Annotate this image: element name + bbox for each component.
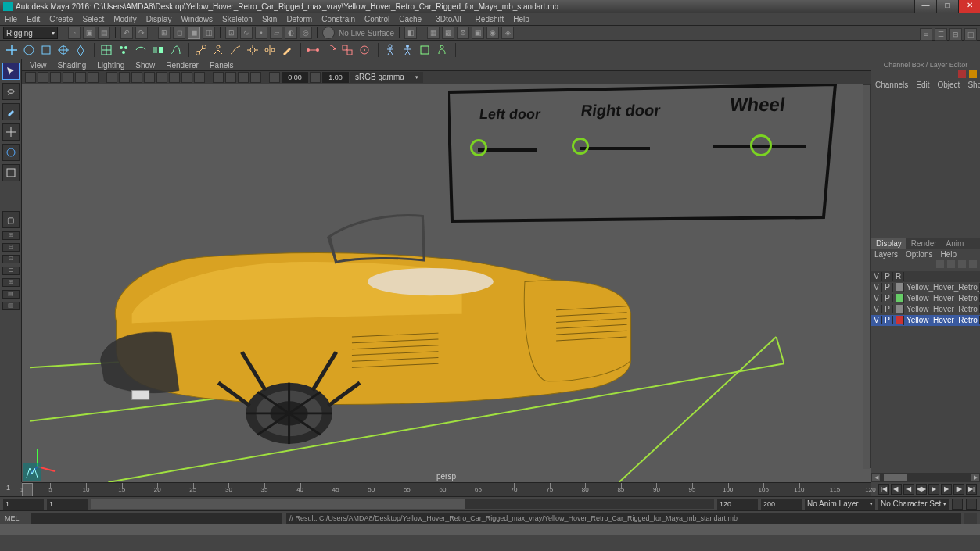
render-settings-icon[interactable]: ⚙ [457,27,469,39]
ipr-render-icon[interactable]: ▩ [442,27,454,39]
select-hierarchy-icon[interactable]: ⊞ [158,27,171,39]
ao-icon[interactable] [169,72,180,83]
pose-icon[interactable] [418,43,432,57]
scale-manip-icon[interactable] [39,43,53,57]
menu-deform[interactable]: Deform [286,15,312,23]
panel-menu-renderer[interactable]: Renderer [166,61,199,70]
paint-select-tool[interactable] [2,103,20,120]
wireframe-icon[interactable] [106,72,117,83]
gate-icon[interactable] [63,72,74,83]
step-forward-key-button[interactable]: |▶ [953,484,964,495]
viewport-scroll-v[interactable] [863,84,871,468]
constraint-point-icon[interactable] [306,43,320,57]
layer-tab-display[interactable]: Display [871,238,906,249]
viewport-persp[interactable]: Left door Right door Wheel persp [22,84,871,482]
shadows-icon[interactable] [156,72,167,83]
minimize-button[interactable]: — [914,0,936,13]
character-set-select[interactable]: No Character Set [878,499,949,510]
wheel-control[interactable] [750,134,772,156]
redo-icon[interactable]: ↷ [135,27,148,39]
orient-joint-icon[interactable] [246,43,260,57]
swatch-red[interactable] [958,70,966,78]
menu-select[interactable]: Select [82,15,104,23]
shaded-icon[interactable] [119,72,130,83]
channel-tab-channels[interactable]: Channels [871,80,912,91]
textured-icon[interactable] [131,72,142,83]
layout-single[interactable]: ▢ [2,211,20,228]
render-view-icon[interactable]: ◈ [501,27,514,39]
layer-new-selected-icon[interactable] [969,260,977,268]
menu-windows[interactable]: Windows [181,15,213,23]
panel-menu-panels[interactable]: Panels [210,61,234,70]
gamma-icon[interactable] [310,72,321,83]
mirror-joint-icon[interactable] [263,43,277,57]
menu-skeleton[interactable]: Skeleton [222,15,253,23]
constraint-aim-icon[interactable] [357,43,372,57]
layout-two-v[interactable]: ⊡ [2,255,20,263]
maximize-button[interactable]: □ [936,0,958,13]
layout-custom2[interactable]: ▥ [2,302,20,310]
script-editor-button[interactable] [964,513,977,524]
layout-outliner[interactable]: ☰ [2,267,20,275]
panel-menu-show[interactable]: Show [135,61,155,70]
undo-icon[interactable]: ↶ [120,27,133,39]
menu-edit[interactable]: Edit [27,15,40,23]
rotate-manip-icon[interactable] [22,43,36,57]
snap-curve-icon[interactable]: ∿ [240,27,253,39]
layer-tab-anim[interactable]: Anim [942,238,969,249]
play-forward-button[interactable]: ▶ [928,484,939,495]
range-slider[interactable] [91,499,714,509]
playback-start-field[interactable]: 1 [47,499,88,510]
layer-new-empty-icon[interactable] [958,260,966,268]
quick-rig-icon[interactable] [400,43,415,57]
layer-move-down-icon[interactable] [947,260,955,268]
film-gate-icon[interactable] [75,72,86,83]
step-forward-button[interactable]: ▶ [941,484,952,495]
channel-tab-show[interactable]: Show [964,80,980,91]
menu-cache[interactable]: Cache [399,15,422,23]
isolate-icon[interactable] [213,72,224,83]
layer-row[interactable]: VPYellow_Hover_Retro_C: [871,304,980,315]
panel-menu-shading[interactable]: Shading [58,61,87,70]
workspace-mode-select[interactable]: Rigging [3,27,58,39]
select-object-icon[interactable]: ◻ [173,27,185,39]
select-camera-icon[interactable] [25,72,36,83]
snap-point-icon[interactable]: • [255,27,267,39]
anti-alias-icon[interactable] [194,72,205,83]
prefs-icon[interactable] [966,499,977,510]
ik-handle-icon[interactable] [211,43,225,57]
channel-tab-edit[interactable]: Edit [912,80,933,91]
playback-end-field[interactable]: 120 [717,499,758,510]
gamma-field[interactable]: 1.00 [322,72,349,83]
channel-box-toggle[interactable]: ⊟ [949,28,962,41]
bookmark-icon[interactable] [38,72,48,83]
hypershade-icon[interactable]: ◉ [486,27,499,39]
render-frame-icon[interactable]: ▦ [427,27,440,39]
swatch-orange[interactable] [969,70,977,78]
auto-key-toggle[interactable] [952,499,963,510]
character-icon[interactable] [435,43,449,57]
motion-blur-icon[interactable] [181,72,192,83]
menu-skin[interactable]: Skin [262,15,277,23]
left-door-control[interactable] [470,139,487,156]
go-start-button[interactable]: |◀ [878,484,889,495]
command-input[interactable] [31,513,282,524]
panel-menu-view[interactable]: View [30,61,47,70]
select-tool[interactable] [2,63,20,80]
move-tool[interactable] [2,123,20,141]
layout-two-h[interactable]: ⊟ [2,243,20,252]
go-end-button[interactable]: ▶| [966,484,977,495]
nonlinear-icon[interactable] [168,43,182,57]
layer-scroll-h[interactable]: ◀▶ [871,473,980,482]
anim-layer-select[interactable]: No Anim Layer [805,499,875,510]
layer-menu-layers[interactable]: Layers [874,250,898,259]
menu--3dtoall-[interactable]: - 3DtoAll - [431,15,465,23]
snap-surface-icon[interactable]: ◐ [285,27,297,39]
layer-move-up-icon[interactable] [936,260,944,268]
layout-four[interactable]: ⊞ [2,231,20,240]
colorspace-select[interactable]: sRGB gamma [350,72,423,83]
layer-tab-render[interactable]: Render [906,238,942,249]
menu-constrain[interactable]: Constrain [321,15,355,23]
xray-joints-icon[interactable] [238,72,249,83]
layer-row[interactable]: VPYellow_Hover_Retro_Car [871,282,980,293]
